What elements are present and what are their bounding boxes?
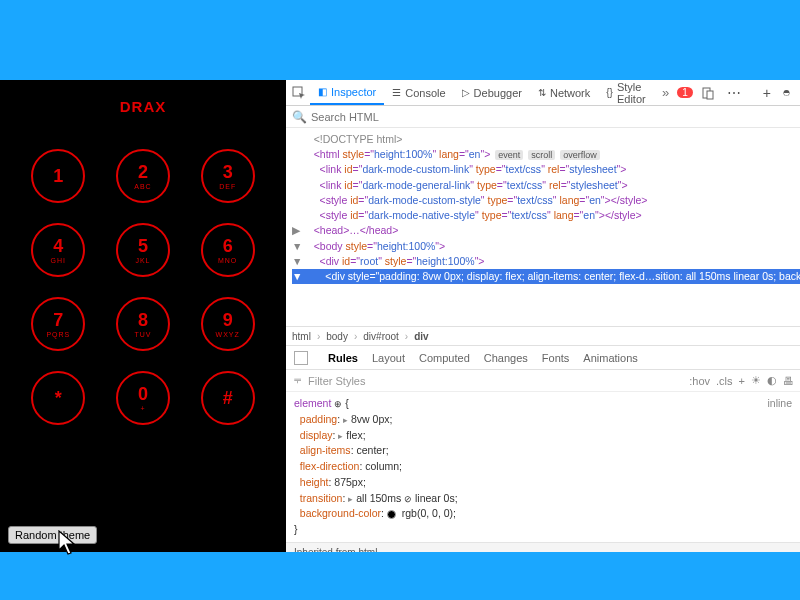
phone-title: DRAX bbox=[0, 80, 286, 115]
toggle-pseudo-icon[interactable]: ◓ bbox=[779, 88, 794, 97]
error-count-badge[interactable]: 1 bbox=[677, 87, 693, 98]
dial-key-0[interactable]: 0+ bbox=[116, 371, 170, 425]
dom-node[interactable]: ▼ <div id="root" style="height:100%"> bbox=[292, 254, 800, 269]
dial-key-num: 5 bbox=[138, 237, 148, 255]
contrast-icon[interactable]: ◐ bbox=[767, 374, 777, 387]
tab-label: Debugger bbox=[474, 87, 522, 99]
dom-search-input[interactable] bbox=[311, 111, 794, 123]
dial-key-letters: PQRS bbox=[46, 331, 70, 338]
dom-node[interactable]: <link id="dark-mode-general-link" type="… bbox=[292, 178, 800, 193]
breadcrumb-item[interactable]: div bbox=[414, 331, 428, 342]
dial-grid: 12ABC3DEF4GHI5JKL6MNO7PQRS8TUV9WXYZ*0+# bbox=[0, 115, 286, 425]
inspector-icon: ◧ bbox=[318, 86, 327, 97]
print-media-icon[interactable]: 🖶 bbox=[783, 375, 794, 387]
tabs-overflow-icon[interactable]: » bbox=[662, 85, 669, 100]
dom-tree[interactable]: <!DOCTYPE html> <html style="height:100%… bbox=[286, 128, 800, 326]
subtab-changes[interactable]: Changes bbox=[484, 352, 528, 364]
dial-key-letters: WXYZ bbox=[216, 331, 240, 338]
tab-label: Inspector bbox=[331, 86, 376, 98]
devtools-toolbar: ◧Inspector☰Console▷Debugger⇅Network{}Sty… bbox=[286, 80, 800, 106]
dial-key-letters: ABC bbox=[134, 183, 151, 190]
dial-key-5[interactable]: 5JKL bbox=[116, 223, 170, 277]
dial-key-*[interactable]: * bbox=[31, 371, 85, 425]
dial-key-9[interactable]: 9WXYZ bbox=[201, 297, 255, 351]
devtools-tab-debugger[interactable]: ▷Debugger bbox=[454, 80, 530, 105]
dom-node[interactable]: <html style="height:100%" lang="en"> eve… bbox=[292, 147, 800, 162]
tab-label: Style Editor bbox=[617, 81, 650, 105]
hov-toggle[interactable]: :hov bbox=[689, 375, 710, 387]
devtools-panel: ◧Inspector☰Console▷Debugger⇅Network{}Sty… bbox=[286, 80, 800, 552]
dial-key-7[interactable]: 7PQRS bbox=[31, 297, 85, 351]
dial-key-num: * bbox=[55, 389, 62, 407]
dial-key-num: 8 bbox=[138, 311, 148, 329]
add-rule-icon[interactable]: + bbox=[739, 375, 745, 387]
subtab-layout[interactable]: Layout bbox=[372, 352, 405, 364]
dial-key-num: 1 bbox=[53, 167, 63, 185]
dial-key-num: 9 bbox=[223, 311, 233, 329]
dial-key-letters: TUV bbox=[134, 331, 151, 338]
styles-pane[interactable]: inlineelement ⊕ { padding: ▸ 8vw 0px; di… bbox=[286, 392, 800, 552]
styles-filter-input[interactable]: Filter Styles bbox=[308, 375, 365, 387]
dial-key-letters: JKL bbox=[135, 257, 150, 264]
element-picker-icon[interactable] bbox=[292, 86, 306, 100]
devtools-menu-icon[interactable]: ⋯ bbox=[723, 85, 745, 101]
dom-node[interactable]: <style id="dark-mode-native-style" type=… bbox=[292, 208, 800, 223]
dial-key-8[interactable]: 8TUV bbox=[116, 297, 170, 351]
svg-rect-2 bbox=[707, 91, 713, 99]
new-rule-icon[interactable]: + bbox=[759, 85, 775, 101]
subtab-fonts[interactable]: Fonts bbox=[542, 352, 570, 364]
subtab-animations[interactable]: Animations bbox=[583, 352, 637, 364]
chevron-right-icon: › bbox=[405, 331, 408, 342]
responsive-mode-icon[interactable] bbox=[701, 86, 715, 100]
dial-key-1[interactable]: 1 bbox=[31, 149, 85, 203]
devtools-tab-inspector[interactable]: ◧Inspector bbox=[310, 80, 384, 105]
dial-key-3[interactable]: 3DEF bbox=[201, 149, 255, 203]
devtools-tab-console[interactable]: ☰Console bbox=[384, 80, 453, 105]
dom-node[interactable]: <!DOCTYPE html> bbox=[292, 132, 800, 147]
light-dark-icon[interactable]: ☀ bbox=[751, 374, 761, 387]
dial-key-letters: GHI bbox=[51, 257, 66, 264]
dial-key-letters: DEF bbox=[219, 183, 236, 190]
subtab-rules[interactable]: Rules bbox=[328, 352, 358, 364]
dial-key-4[interactable]: 4GHI bbox=[31, 223, 85, 277]
styles-subtabs: RulesLayoutComputedChangesFontsAnimation… bbox=[286, 346, 800, 370]
chevron-right-icon: › bbox=[317, 331, 320, 342]
breadcrumb-item[interactable]: body bbox=[326, 331, 348, 342]
dial-key-num: 3 bbox=[223, 163, 233, 181]
console-icon: ☰ bbox=[392, 87, 401, 98]
dial-key-letters: + bbox=[140, 405, 145, 412]
dial-key-6[interactable]: 6MNO bbox=[201, 223, 255, 277]
breadcrumb-item[interactable]: html bbox=[292, 331, 311, 342]
dial-key-letters: MNO bbox=[218, 257, 237, 264]
tab-label: Console bbox=[405, 87, 445, 99]
subtab-computed[interactable]: Computed bbox=[419, 352, 470, 364]
breadcrumb-item[interactable]: div#root bbox=[363, 331, 399, 342]
dial-key-num: 7 bbox=[53, 311, 63, 329]
dom-node[interactable]: ▶ <head>…</head> bbox=[292, 223, 800, 238]
tab-label: Network bbox=[550, 87, 590, 99]
phone-app-panel: DRAX 12ABC3DEF4GHI5JKL6MNO7PQRS8TUV9WXYZ… bbox=[0, 80, 286, 552]
dial-key-num: # bbox=[223, 389, 233, 407]
dom-node[interactable]: ▼ <body style="height:100%"> bbox=[292, 239, 800, 254]
dom-node[interactable]: <link id="dark-mode-custom-link" type="t… bbox=[292, 162, 800, 177]
devtools-tab-network[interactable]: ⇅Network bbox=[530, 80, 598, 105]
cls-toggle[interactable]: .cls bbox=[716, 375, 733, 387]
dial-key-#[interactable]: # bbox=[201, 371, 255, 425]
dial-key-num: 0 bbox=[138, 385, 148, 403]
search-icon: 🔍 bbox=[292, 110, 307, 124]
debugger-icon: ▷ bbox=[462, 87, 470, 98]
dom-node[interactable]: <style id="dark-mode-custom-style" type=… bbox=[292, 193, 800, 208]
breadcrumb[interactable]: html›body›div#root›div bbox=[286, 326, 800, 346]
dial-key-num: 6 bbox=[223, 237, 233, 255]
random-theme-button[interactable]: Random theme bbox=[8, 526, 97, 544]
filter-icon: ⫧ bbox=[292, 374, 304, 388]
devtools-tab-style-editor[interactable]: {}Style Editor bbox=[598, 80, 658, 105]
dom-node[interactable]: ▼ <div style="padding: 8vw 0px; display:… bbox=[292, 269, 800, 284]
dial-key-2[interactable]: 2ABC bbox=[116, 149, 170, 203]
chevron-right-icon: › bbox=[354, 331, 357, 342]
style-editor-icon: {} bbox=[606, 87, 613, 98]
network-icon: ⇅ bbox=[538, 87, 546, 98]
box-model-icon[interactable] bbox=[294, 351, 308, 365]
dial-key-num: 4 bbox=[53, 237, 63, 255]
dom-search-row: 🔍 bbox=[286, 106, 800, 128]
